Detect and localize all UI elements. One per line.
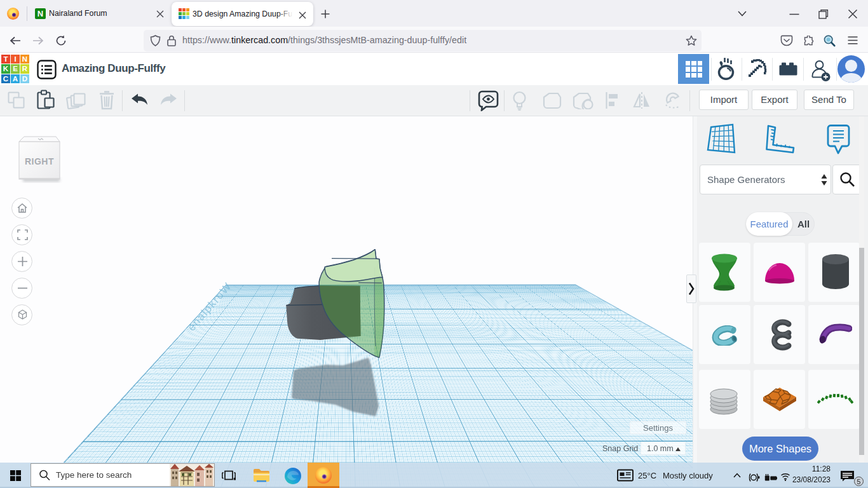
svg-text:RIGHT: RIGHT	[25, 156, 54, 166]
